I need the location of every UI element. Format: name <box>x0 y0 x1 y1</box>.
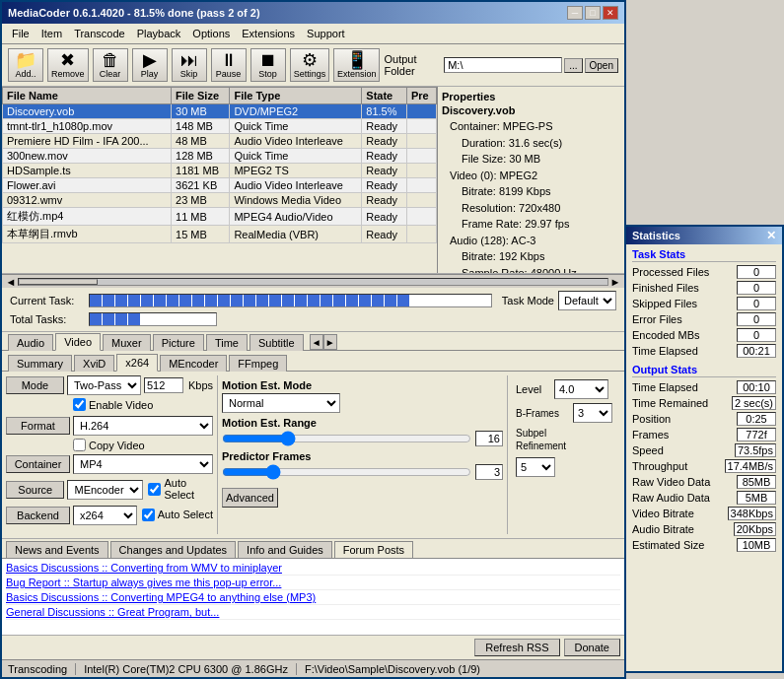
kbps-field[interactable] <box>144 377 183 393</box>
browse-button[interactable]: ... <box>564 58 582 73</box>
predictor-value[interactable] <box>475 464 503 480</box>
forum-item[interactable]: Basics Discussions :: Converting MPEG4 t… <box>6 590 620 605</box>
tab-mencoder[interactable]: MEncoder <box>160 355 227 372</box>
extension-button[interactable]: 📱Extension <box>333 48 380 82</box>
tab-news[interactable]: News and Events <box>6 541 108 558</box>
menu-transcode[interactable]: Transcode <box>68 26 131 41</box>
minimize-button[interactable]: ─ <box>567 6 583 20</box>
source-dropdown[interactable]: MEncoder <box>67 480 143 500</box>
col-filesize[interactable]: File Size <box>172 88 230 104</box>
table-row[interactable]: 本草纲目.rmvb15 MBRealMedia (VBR)Ready <box>3 226 437 243</box>
table-row[interactable]: 300new.mov128 MBQuick TimeReady <box>3 149 437 164</box>
menu-file[interactable]: File <box>6 26 36 41</box>
maximize-button[interactable]: □ <box>585 6 601 20</box>
subpel-dropdown[interactable]: 5 <box>516 457 555 477</box>
tab-subtitle[interactable]: Subtitle <box>249 334 304 351</box>
backend-button[interactable]: Backend <box>6 507 70 524</box>
tab-info[interactable]: Info and Guides <box>238 541 332 558</box>
pause-button[interactable]: ⏸Pause <box>211 48 247 82</box>
stats-label: Processed Files <box>632 266 709 278</box>
format-button[interactable]: Format <box>6 417 70 435</box>
motion-mode-dropdown[interactable]: Normal <box>222 393 340 413</box>
settings-button[interactable]: ⚙Settings <box>290 48 330 82</box>
advanced-button[interactable]: Advanced <box>222 488 278 508</box>
tab-video[interactable]: Video <box>55 333 101 351</box>
subpel-label: Subpel Refinement <box>516 427 595 452</box>
stats-value: 5MB <box>737 491 776 505</box>
tab-changes[interactable]: Changes and Updates <box>110 541 236 558</box>
tab-prev-button[interactable]: ◄ <box>310 334 323 350</box>
container-dropdown[interactable]: MP4 <box>73 454 213 474</box>
forum-item[interactable]: Bug Report :: Startup always gives me th… <box>6 576 620 590</box>
tab-summary[interactable]: Summary <box>8 355 72 372</box>
format-dropdown[interactable]: H.264 <box>73 416 213 436</box>
output-folder-label: Output Folder <box>384 53 436 77</box>
col-state[interactable]: State <box>362 88 407 104</box>
motion-range-value[interactable] <box>475 431 503 446</box>
auto-select-2-checkbox[interactable] <box>142 509 155 521</box>
stats-row: Skipped Files0 <box>632 297 776 310</box>
task-mode-label: Task Mode <box>502 295 554 306</box>
play-button[interactable]: ▶Play <box>132 48 168 82</box>
tab-picture[interactable]: Picture <box>153 334 204 351</box>
menu-options[interactable]: Options <box>186 26 236 41</box>
col-filename[interactable]: File Name <box>3 88 172 104</box>
stats-row: Audio Bitrate20Kbps <box>632 522 776 536</box>
table-row[interactable]: 09312.wmv23 MBWindows Media VideoReady <box>3 193 437 208</box>
predictor-slider[interactable] <box>222 465 471 479</box>
clear-button[interactable]: 🗑Clear <box>93 48 128 82</box>
stats-row: Finished Files0 <box>632 281 776 295</box>
statistics-title: Statistics <box>632 230 680 241</box>
motion-range-slider[interactable] <box>222 432 471 445</box>
table-row[interactable]: Discovery.vob30 MBDVD/MPEG281.5% <box>3 104 437 119</box>
table-row[interactable]: Flower.avi3621 KBAudio Video InterleaveR… <box>3 178 437 193</box>
menu-playback[interactable]: Playback <box>131 26 187 41</box>
forum-item[interactable]: General Discussions :: Great Program, bu… <box>6 605 620 620</box>
horizontal-scrollbar[interactable]: ◄ ► <box>2 274 624 288</box>
tab-muxer[interactable]: Muxer <box>103 334 151 351</box>
level-dropdown[interactable]: 4.0 <box>554 379 608 399</box>
table-row[interactable]: 红模仿.mp411 MBMPEG4 Audio/VideoReady <box>3 208 437 226</box>
stats-label: Estimated Size <box>632 539 704 551</box>
add-button[interactable]: 📁Add.. <box>8 48 43 82</box>
toolbar: 📁Add.. ✖Remove 🗑Clear ▶Play ⏭Skip ⏸Pause… <box>2 44 624 87</box>
container-button[interactable]: Container <box>6 455 70 473</box>
menu-item[interactable]: Item <box>36 26 68 41</box>
bframes-dropdown[interactable]: 3 <box>573 403 612 423</box>
mode-button[interactable]: Mode <box>6 376 64 394</box>
title-bar: MediaCoder 0.6.1.4020 - 81.5% done (pass… <box>2 2 624 24</box>
tab-ffmpeg[interactable]: FFmpeg <box>229 355 287 372</box>
refresh-rss-button[interactable]: Refresh RSS <box>474 639 559 656</box>
col-pre[interactable]: Pre <box>407 88 437 104</box>
remove-button[interactable]: ✖Remove <box>47 48 89 82</box>
tab-audio[interactable]: Audio <box>8 334 53 351</box>
tab-next-button[interactable]: ► <box>323 334 337 350</box>
table-row[interactable]: tmnt-tlr1_h1080p.mov148 MBQuick TimeRead… <box>3 119 437 134</box>
close-button[interactable]: ✕ <box>603 6 618 20</box>
source-button[interactable]: Source <box>6 481 64 499</box>
stop-button[interactable]: ⏹Stop <box>250 48 286 82</box>
col-filetype[interactable]: File Type <box>230 88 362 104</box>
tab-xvid[interactable]: XviD <box>74 355 114 372</box>
backend-dropdown[interactable]: x264 <box>73 506 137 525</box>
task-mode-dropdown[interactable]: Default <box>558 291 616 310</box>
mode-dropdown[interactable]: Two-Pass <box>67 375 141 395</box>
menu-support[interactable]: Support <box>301 26 351 41</box>
statistics-close-button[interactable]: ✕ <box>766 229 776 242</box>
tab-time[interactable]: Time <box>206 334 248 351</box>
skip-button[interactable]: ⏭Skip <box>172 48 207 82</box>
copy-video-checkbox[interactable] <box>73 439 86 451</box>
stats-row: Encoded MBs0 <box>632 328 776 342</box>
output-folder-input[interactable] <box>444 57 562 73</box>
table-row[interactable]: Premiere HD Film - IFA 200...48 MBAudio … <box>3 134 437 149</box>
open-button[interactable]: Open <box>585 58 618 73</box>
donate-button[interactable]: Donate <box>564 639 620 656</box>
tab-x264[interactable]: x264 <box>116 354 158 372</box>
current-task-progress <box>89 294 492 307</box>
table-row[interactable]: HDSample.ts1181 MBMPEG2 TSReady <box>3 164 437 178</box>
menu-extensions[interactable]: Extensions <box>236 26 301 41</box>
tab-forum[interactable]: Forum Posts <box>334 541 413 558</box>
auto-select-1-checkbox[interactable] <box>148 483 161 496</box>
enable-video-checkbox[interactable] <box>73 398 86 411</box>
forum-item[interactable]: Basics Discussions :: Converting from WM… <box>6 561 620 576</box>
